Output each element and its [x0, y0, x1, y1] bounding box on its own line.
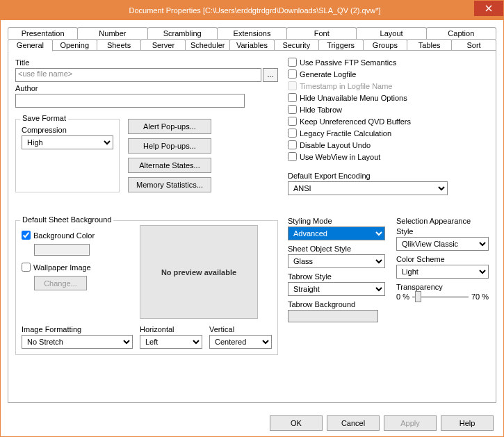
check-keep-qvd[interactable]: Keep Unreferenced QVD Buffers — [288, 115, 489, 127]
tab-sheets[interactable]: Sheets — [97, 39, 142, 51]
transparency-max: 70 % — [471, 292, 489, 301]
apply-button: Apply — [384, 415, 437, 431]
vertical-label: Vertical — [209, 325, 272, 333]
tab-triggers[interactable]: Triggers — [318, 39, 364, 51]
tab-opening[interactable]: Opening — [52, 39, 97, 51]
check-hide-tabrow[interactable]: Hide Tabrow — [288, 104, 489, 115]
dialog-buttons: OK Cancel Apply Help — [270, 415, 494, 431]
check-hide-menu[interactable]: Hide Unavailable Menu Options — [288, 92, 489, 104]
color-scheme-select[interactable]: Light — [396, 265, 489, 279]
memory-statistics-button[interactable]: Memory Statistics... — [128, 177, 211, 192]
tabs-row1: PresentationNumberScramblingExtensionsFo… — [8, 27, 496, 39]
tab-number[interactable]: Number — [77, 27, 147, 39]
tab-font[interactable]: Font — [286, 27, 357, 39]
tab-server[interactable]: Server — [140, 39, 186, 51]
checkbox-hide-menu[interactable] — [288, 93, 297, 102]
dialog-window: Document Properties [C:\Users\erddgtrdgr… — [0, 0, 504, 437]
help-popups-button[interactable]: Help Pop-ups... — [128, 138, 211, 154]
style-select[interactable]: QlikView Classic — [396, 237, 489, 251]
check-timestamp-logfile: Timestamp in Logfile Name — [288, 80, 489, 92]
checkbox-timestamp-logfile — [288, 81, 297, 90]
help-button[interactable]: Help — [441, 415, 494, 431]
checkbox-keep-qvd[interactable] — [288, 117, 297, 126]
wallpaper-checkbox[interactable] — [22, 263, 31, 272]
styling-mode-select[interactable]: Advanced — [288, 226, 385, 240]
tabs-row2: GeneralOpeningSheetsServerSchedulerVaria… — [8, 39, 496, 51]
transparency-min: 0 % — [396, 292, 409, 301]
default-export-encoding-select[interactable]: ANSI — [288, 181, 448, 195]
tab-tables[interactable]: Tables — [407, 39, 452, 51]
check-disable-undo[interactable]: Disable Layout Undo — [288, 139, 489, 151]
check-legacy-fractile[interactable]: Legacy Fractile Calculation — [288, 127, 489, 139]
transparency-slider[interactable]: 0 % 70 % — [396, 292, 489, 301]
close-button[interactable] — [474, 1, 503, 16]
check-label-passive-ftp: Use Passive FTP Semantics — [300, 58, 396, 67]
tab-scheduler[interactable]: Scheduler — [185, 39, 230, 51]
image-formatting-select[interactable]: No Stretch — [22, 335, 133, 349]
check-label-disable-undo: Disable Layout Undo — [300, 141, 371, 149]
tab-extensions[interactable]: Extensions — [217, 27, 287, 39]
check-label-hide-menu: Hide Unavailable Menu Options — [300, 94, 407, 102]
sheet-object-style-select[interactable]: Glass — [288, 254, 385, 268]
ok-button[interactable]: OK — [270, 415, 323, 431]
vertical-select[interactable]: Centered — [209, 335, 272, 349]
check-label-legacy-fractile: Legacy Fractile Calculation — [300, 129, 391, 138]
tab-layout[interactable]: Layout — [356, 27, 426, 39]
checkbox-legacy-fractile[interactable] — [288, 129, 297, 138]
bgcolor-swatch[interactable] — [34, 244, 90, 256]
tabrow-bg-label: Tabrow Background — [288, 300, 385, 308]
wallpaper-check-row[interactable]: Wallpaper Image — [22, 261, 126, 273]
style-label: Style — [396, 227, 489, 236]
check-gen-logfile[interactable]: Generate Logfile — [288, 68, 489, 80]
image-formatting-label: Image Formatting — [22, 325, 133, 333]
tabrow-style-label: Tabrow Style — [288, 272, 385, 281]
tab-general[interactable]: General — [8, 39, 53, 51]
cancel-button[interactable]: Cancel — [327, 415, 380, 431]
bgcolor-check-row[interactable]: Background Color — [22, 229, 126, 241]
preview-box: No preview available — [140, 225, 258, 319]
nopreview-text: No preview available — [161, 268, 236, 277]
tab-pane-general: Title <use file name> ... Author Save Fo… — [8, 50, 496, 403]
tab-presentation[interactable]: Presentation — [8, 27, 78, 39]
check-label-hide-tabrow: Hide Tabrow — [300, 106, 342, 114]
tab-sort[interactable]: Sort — [451, 39, 496, 51]
tab-security[interactable]: Security — [274, 39, 319, 51]
color-scheme-label: Color Scheme — [396, 255, 489, 263]
compression-select[interactable]: High — [22, 135, 113, 149]
tab-caption[interactable]: Caption — [426, 27, 496, 39]
author-input[interactable] — [15, 94, 245, 108]
selection-appearance-label: Selection Appearance — [396, 217, 489, 225]
check-webview[interactable]: Use WebView in Layout — [288, 151, 489, 163]
alert-popups-button[interactable]: Alert Pop-ups... — [128, 119, 211, 134]
checkbox-webview[interactable] — [288, 152, 297, 161]
title-input[interactable]: <use file name> — [15, 68, 261, 82]
bgcolor-label: Background Color — [33, 231, 95, 240]
horizontal-select[interactable]: Left — [140, 335, 202, 349]
sheet-object-style-label: Sheet Object Style — [288, 245, 385, 253]
save-format-legend: Save Format — [20, 114, 68, 122]
author-label: Author — [15, 84, 278, 92]
bgcolor-checkbox[interactable] — [22, 231, 31, 240]
tabrow-style-select[interactable]: Straight — [288, 282, 385, 296]
checkbox-hide-tabrow[interactable] — [288, 105, 297, 114]
check-label-keep-qvd: Keep Unreferenced QVD Buffers — [300, 117, 411, 126]
checkbox-disable-undo[interactable] — [288, 140, 297, 149]
styling-mode-label: Styling Mode — [288, 217, 385, 225]
check-passive-ftp[interactable]: Use Passive FTP Semantics — [288, 56, 489, 68]
compression-label: Compression — [22, 126, 113, 134]
check-label-timestamp-logfile: Timestamp in Logfile Name — [300, 82, 392, 90]
window-title: Document Properties [C:\Users\erddgtrdgr… — [6, 6, 503, 15]
wallpaper-label: Wallpaper Image — [33, 263, 91, 272]
checkbox-passive-ftp[interactable] — [288, 58, 297, 67]
alternate-states-button[interactable]: Alternate States... — [128, 158, 211, 173]
check-label-gen-logfile: Generate Logfile — [300, 70, 356, 79]
checkbox-gen-logfile[interactable] — [288, 69, 297, 79]
close-icon — [485, 5, 492, 12]
tab-groups[interactable]: Groups — [363, 39, 408, 51]
tab-variables[interactable]: Variables — [229, 39, 275, 51]
tabrow-bg-swatch[interactable] — [288, 310, 378, 322]
tab-scrambling[interactable]: Scrambling — [147, 27, 218, 39]
title-browse-button[interactable]: ... — [263, 68, 278, 82]
check-label-webview: Use WebView in Layout — [300, 153, 380, 161]
transparency-label: Transparency — [396, 283, 489, 291]
